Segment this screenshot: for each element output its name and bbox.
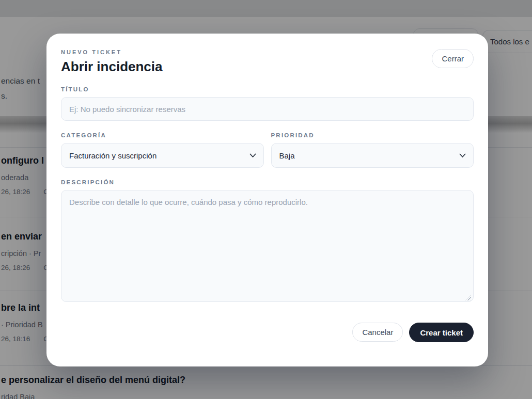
chevron-down-icon: [249, 153, 256, 158]
descripcion-label: DESCRIPCIÓN: [61, 179, 474, 185]
modal-title: Abrir incidencia: [61, 59, 163, 75]
titulo-input[interactable]: [61, 97, 474, 121]
descripcion-textarea[interactable]: [61, 190, 474, 302]
prioridad-selected-value: Baja: [279, 151, 295, 160]
create-ticket-button[interactable]: Crear ticket: [409, 323, 474, 342]
modal-eyebrow: NUEVO TICKET: [61, 49, 163, 55]
categoria-label: CATEGORÍA: [61, 132, 264, 138]
modal-heading-group: NUEVO TICKET Abrir incidencia: [61, 49, 163, 75]
prioridad-select[interactable]: Baja: [271, 143, 474, 168]
titulo-label: TÍTULO: [61, 86, 474, 92]
prioridad-label: PRIORIDAD: [271, 132, 474, 138]
categoria-select[interactable]: Facturación y suscripción: [61, 143, 264, 168]
close-button[interactable]: Cerrar: [432, 49, 474, 68]
cancel-button[interactable]: Cancelar: [352, 323, 403, 342]
chevron-down-icon: [459, 153, 466, 158]
categoria-selected-value: Facturación y suscripción: [69, 151, 157, 160]
new-ticket-modal: NUEVO TICKET Abrir incidencia Cerrar TÍT…: [46, 34, 488, 366]
